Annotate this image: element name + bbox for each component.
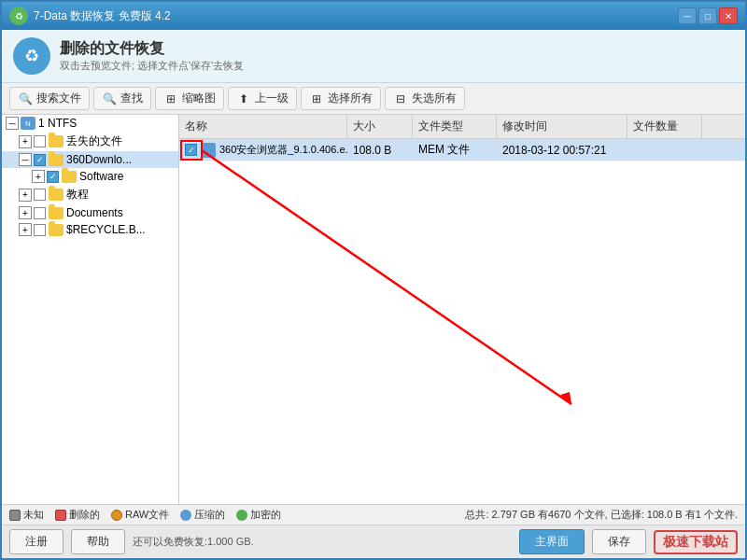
tutorial-expander[interactable]: + — [19, 189, 32, 202]
legend-raw: RAW文件 — [111, 508, 169, 522]
legend-label-encrypted: 加密的 — [250, 508, 281, 522]
tree-item-360download[interactable]: ─ ✓ 360Downlo... — [2, 151, 178, 168]
software-expander[interactable]: + — [32, 170, 45, 183]
lost-checkbox[interactable] — [34, 135, 46, 147]
action-bar: 注册 帮助 还可以免费恢复:1.000 GB. 主界面 保存 极速下载站 — [2, 525, 745, 558]
recycle-folder-icon — [49, 224, 63, 236]
360dl-expander[interactable]: ─ — [19, 153, 32, 166]
help-button[interactable]: 帮助 — [71, 529, 125, 554]
col-header-count[interactable]: 文件数量 — [627, 115, 702, 138]
main-content: ─ N 1 NTFS + 丢失的文件 ─ ✓ 360Downlo... + — [2, 115, 745, 504]
file-date-0: 2018-03-12 00:57:21 — [497, 141, 627, 160]
360dl-checkbox[interactable]: ✓ — [34, 154, 46, 166]
legend-label-unknown: 未知 — [23, 508, 44, 522]
legend-box-compressed — [180, 510, 191, 521]
lost-folder-icon — [49, 135, 63, 147]
close-button[interactable]: ✕ — [719, 7, 738, 24]
lost-label: 丢失的文件 — [66, 133, 122, 149]
file-count-0 — [627, 147, 702, 153]
save-button[interactable]: 保存 — [592, 529, 646, 554]
docs-expander[interactable]: + — [19, 206, 32, 219]
tree-item-recycle[interactable]: + $RECYCLE.B... — [2, 221, 178, 238]
select-all-button[interactable]: ⊞ 选择所有 — [301, 87, 381, 110]
main-window: ♻ 7-Data 数据恢复 免费版 4.2 ─ □ ✕ ♻ 删除的文件恢复 双击… — [0, 0, 747, 560]
maximize-button[interactable]: □ — [698, 7, 717, 24]
minimize-button[interactable]: ─ — [678, 7, 697, 24]
legend-box-deleted — [55, 510, 66, 521]
software-checkbox[interactable]: ✓ — [47, 171, 59, 183]
tree-item-lost[interactable]: + 丢失的文件 — [2, 132, 178, 151]
up-icon: ⬆ — [236, 91, 251, 106]
svg-marker-2 — [560, 392, 571, 404]
thumbnail-button[interactable]: ⊞ 缩略图 — [155, 87, 224, 110]
app-icon: ♻ — [9, 7, 28, 25]
header-icon: ♻ — [13, 37, 50, 75]
legend-compressed: 压缩的 — [180, 508, 225, 522]
file-list-panel: 名称 大小 文件类型 修改时间 文件数量 ✓ 360安全浏览器_9.1.0.40… — [179, 115, 745, 504]
drive-icon: N — [21, 117, 35, 130]
file-size-0: 108.0 B — [347, 141, 413, 160]
deselect-button[interactable]: ⊟ 失选所有 — [385, 87, 465, 110]
watermark: 极速下载站 — [654, 530, 738, 554]
tree-root[interactable]: ─ N 1 NTFS — [2, 115, 178, 132]
status-selected: 已选择: 108.0 B 有1 个文件. — [611, 509, 738, 520]
software-folder-icon — [62, 171, 77, 183]
thumbnail-icon: ⊞ — [163, 91, 178, 106]
recycle-checkbox[interactable] — [34, 224, 46, 236]
tutorial-label: 教程 — [66, 187, 89, 203]
search-files-button[interactable]: 🔍 搜索文件 — [9, 87, 90, 110]
col-header-type[interactable]: 文件类型 — [413, 115, 497, 138]
col-header-size[interactable]: 大小 — [347, 115, 413, 138]
annotation-svg — [179, 115, 745, 504]
lost-expander[interactable]: + — [19, 135, 32, 148]
docs-checkbox[interactable] — [34, 207, 46, 219]
legend-box-unknown — [9, 510, 21, 521]
file-icon-0 — [201, 143, 216, 158]
up-button[interactable]: ⬆ 上一级 — [228, 87, 297, 110]
tutorial-folder-icon — [49, 189, 63, 201]
header-area: ♻ 删除的文件恢复 双击去预览文件; 选择文件点'保存'去恢复 — [2, 30, 745, 83]
legend-unknown: 未知 — [9, 508, 44, 522]
column-headers: 名称 大小 文件类型 修改时间 文件数量 — [179, 115, 745, 139]
recycle-expander[interactable]: + — [19, 223, 32, 236]
col-header-date[interactable]: 修改时间 — [497, 115, 627, 138]
deselect-icon: ⊟ — [393, 91, 408, 106]
tutorial-checkbox[interactable] — [34, 189, 46, 201]
status-bar: 未知 删除的 RAW文件 压缩的 加密的 总共: 2.797 GB 有4670 … — [2, 504, 745, 525]
header-title: 删除的文件恢复 — [60, 39, 244, 59]
toolbar: 🔍 搜索文件 🔍 查找 ⊞ 缩略图 ⬆ 上一级 ⊞ 选择所有 ⊟ 失选所有 — [2, 83, 745, 115]
legend-encrypted: 加密的 — [236, 508, 281, 522]
file-checkbox-0[interactable]: ✓ — [185, 144, 197, 156]
legend-box-raw — [111, 510, 122, 521]
free-info: 还可以免费恢复:1.000 GB. — [133, 535, 512, 549]
find-icon: 🔍 — [102, 91, 117, 106]
docs-label: Documents — [66, 206, 123, 219]
legend-deleted: 删除的 — [55, 508, 100, 522]
360dl-folder-icon — [49, 154, 63, 166]
search-icon: 🔍 — [18, 91, 33, 106]
tree-item-software[interactable]: + ✓ Software — [2, 168, 178, 185]
header-subtitle: 双击去预览文件; 选择文件点'保存'去恢复 — [60, 59, 244, 73]
col-header-name[interactable]: 名称 — [179, 115, 347, 138]
select-all-icon: ⊞ — [309, 91, 324, 106]
file-name-0: 360安全浏览器_9.1.0.406.e... — [219, 143, 347, 157]
register-button[interactable]: 注册 — [9, 529, 63, 554]
file-row[interactable]: ✓ 360安全浏览器_9.1.0.406.e... 108.0 B MEM 文件… — [179, 139, 745, 161]
title-bar-controls: ─ □ ✕ — [678, 7, 738, 24]
360dl-label: 360Downlo... — [66, 153, 132, 166]
file-type-0: MEM 文件 — [413, 139, 497, 161]
title-bar-text: 7-Data 数据恢复 免费版 4.2 — [34, 8, 678, 24]
legend-box-encrypted — [236, 510, 247, 521]
recycle-label: $RECYCLE.B... — [66, 223, 146, 236]
legend-label-raw: RAW文件 — [125, 508, 169, 522]
root-label: 1 NTFS — [38, 117, 77, 130]
title-bar: ♻ 7-Data 数据恢复 免费版 4.2 ─ □ ✕ — [2, 2, 745, 30]
root-expander[interactable]: ─ — [6, 117, 19, 130]
svg-line-1 — [202, 150, 571, 404]
main-button[interactable]: 主界面 — [519, 529, 585, 554]
software-label: Software — [79, 170, 123, 183]
tree-item-documents[interactable]: + Documents — [2, 204, 178, 221]
status-total: 总共: 2.797 GB 有4670 个文件, — [465, 509, 607, 520]
tree-item-tutorial[interactable]: + 教程 — [2, 185, 178, 204]
find-button[interactable]: 🔍 查找 — [93, 87, 151, 110]
